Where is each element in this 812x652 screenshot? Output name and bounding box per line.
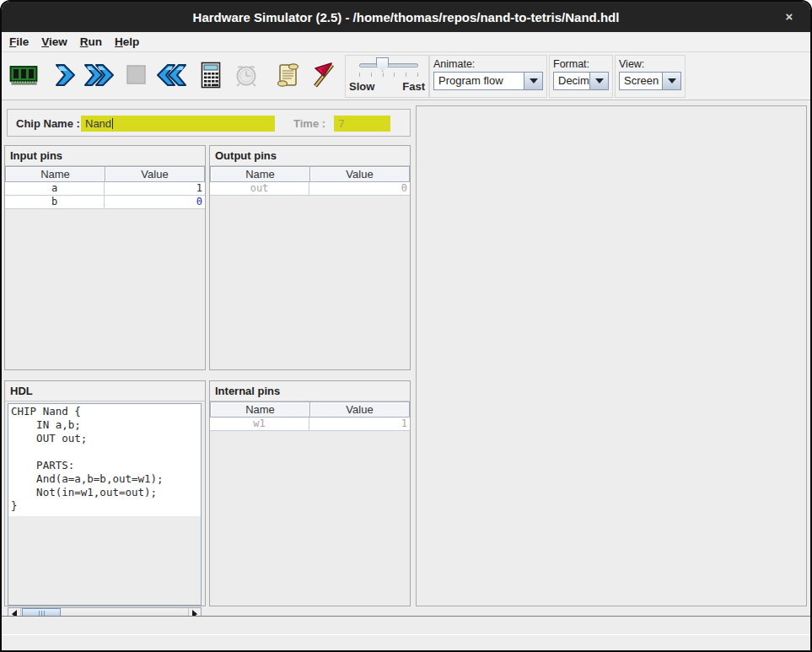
pin-name-cell: w1 <box>210 418 309 430</box>
animate-value: Program flow <box>434 73 524 89</box>
calculator-eval-icon <box>198 61 223 92</box>
table-row: a 1 <box>5 182 205 196</box>
clock-tick-icon <box>232 61 261 92</box>
evaluate-button[interactable] <box>193 57 229 95</box>
view-label: View: <box>619 58 681 70</box>
main-area: Chip Name : Nand Time : 7 Input pins Nam… <box>2 100 810 616</box>
output-pins-panel: Output pins Name Value out 0 <box>209 145 411 370</box>
input-pins-table: Name Value a 1 b 0 <box>5 166 205 209</box>
chevron-down-icon <box>668 78 676 84</box>
format-label: Format: <box>553 58 609 70</box>
column-header-name[interactable]: Name <box>5 166 105 182</box>
window-title: Hardware Simulator (2.5) - /home/thomas/… <box>193 10 620 24</box>
input-pins-panel: Input pins Name Value a 1 b 0 <box>4 145 206 370</box>
hdl-panel: HDL CHIP Nand { IN a,b; OUT out; PARTS: … <box>4 380 206 606</box>
single-step-icon <box>50 62 78 91</box>
column-header-name[interactable]: Name <box>210 401 309 418</box>
text-caret <box>112 118 113 129</box>
menu-file[interactable]: File <box>9 35 29 48</box>
single-step-button[interactable] <box>46 57 82 95</box>
hdl-code: CHIP Nand { IN a,b; OUT out; PARTS: And(… <box>8 404 201 516</box>
stop-button[interactable] <box>118 57 153 95</box>
internal-pins-title: Internal pins <box>210 381 410 401</box>
speed-slider-group: Slow Fast <box>345 55 429 98</box>
view-group: View: Screen <box>615 55 686 98</box>
column-header-value[interactable]: Value <box>309 166 410 182</box>
breakpoint-button[interactable] <box>305 57 341 95</box>
chip-name-bar: Chip Name : Nand Time : 7 <box>7 109 411 137</box>
script-icon <box>274 61 301 92</box>
format-select[interactable]: Decimal <box>553 72 609 90</box>
format-value: Decimal <box>554 73 589 89</box>
table-row: w1 1 <box>210 418 410 431</box>
hdl-title: HDL <box>5 381 205 401</box>
load-chip-icon <box>8 62 39 90</box>
table-row: out 0 <box>210 182 410 196</box>
load-chip-button[interactable] <box>6 57 41 95</box>
clock-tick-button[interactable] <box>229 57 264 95</box>
slider-slow-label: Slow <box>349 80 374 93</box>
speed-slider-track[interactable] <box>359 63 418 67</box>
internal-pins-table: Name Value w1 1 <box>210 401 410 431</box>
run-button[interactable] <box>82 57 117 95</box>
pin-value-cell[interactable]: 0 <box>105 196 205 208</box>
status-bar <box>2 616 810 652</box>
toolbar: Slow Fast Animate: Program flow Format: … <box>2 52 810 100</box>
chevron-down-icon <box>595 78 604 84</box>
run-icon <box>83 62 116 91</box>
menu-run[interactable]: Run <box>80 35 102 48</box>
pin-value-cell: 0 <box>309 182 410 195</box>
slider-fast-label: Fast <box>402 80 425 93</box>
rewind-icon <box>154 62 188 91</box>
chip-name-input[interactable]: Nand <box>81 116 275 132</box>
hdl-scrollpane: CHIP Nand { IN a,b; OUT out; PARTS: And(… <box>8 403 202 606</box>
title-bar: Hardware Simulator (2.5) - /home/thomas/… <box>2 2 810 32</box>
column-header-value[interactable]: Value <box>309 401 410 418</box>
breakpoint-flag-icon <box>309 61 337 92</box>
animate-group: Animate: Program flow <box>429 55 547 98</box>
animate-label: Animate: <box>433 58 543 70</box>
menu-view[interactable]: View <box>41 35 67 48</box>
input-pins-title: Input pins <box>5 146 205 166</box>
time-label: Time : <box>293 117 325 130</box>
pin-value-cell[interactable]: 1 <box>105 182 205 195</box>
chip-name-label: Chip Name : <box>16 117 80 130</box>
script-button[interactable] <box>270 57 305 95</box>
column-header-value[interactable]: Value <box>105 166 205 182</box>
animate-dropdown-button[interactable] <box>524 73 542 89</box>
app-window: Hardware Simulator (2.5) - /home/thomas/… <box>0 0 812 652</box>
format-dropdown-button[interactable] <box>589 73 608 89</box>
output-pins-title: Output pins <box>210 146 410 166</box>
pin-value-cell: 1 <box>309 418 410 430</box>
table-row: b 0 <box>5 196 205 209</box>
format-group: Format: Decimal <box>549 55 613 98</box>
internal-pins-panel: Internal pins Name Value w1 1 <box>209 380 411 606</box>
rewind-button[interactable] <box>153 57 189 95</box>
animate-select[interactable]: Program flow <box>433 72 543 90</box>
chip-view-panel <box>416 105 807 606</box>
stop-icon <box>122 62 149 91</box>
chevron-down-icon <box>530 78 538 84</box>
pin-name-cell: out <box>210 182 309 195</box>
view-select[interactable]: Screen <box>619 72 681 90</box>
speed-slider-ticks <box>359 73 418 78</box>
pin-name-cell: b <box>5 196 105 208</box>
menu-help[interactable]: Help <box>115 35 139 48</box>
view-value: Screen <box>620 73 662 89</box>
output-pins-table: Name Value out 0 <box>210 166 410 196</box>
menu-bar: File View Run Help <box>2 32 810 52</box>
close-icon[interactable]: × <box>780 8 799 25</box>
pin-name-cell: a <box>5 182 105 195</box>
speed-slider-thumb[interactable] <box>376 57 389 72</box>
view-dropdown-button[interactable] <box>662 73 680 89</box>
column-header-name[interactable]: Name <box>210 166 309 182</box>
time-input[interactable]: 7 <box>334 116 390 132</box>
status-bar-divider <box>2 634 810 635</box>
